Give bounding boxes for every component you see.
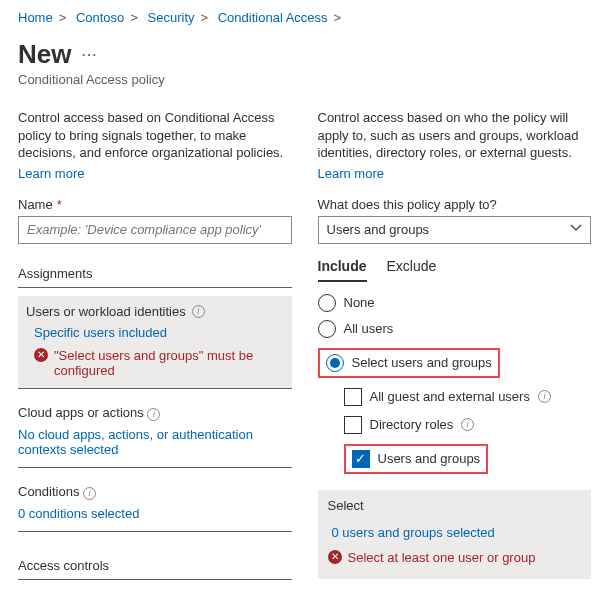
users-identities-block[interactable]: Users or workload identities i Specific … [18,296,292,389]
page-subtitle: Conditional Access policy [18,72,591,87]
crumb-contoso[interactable]: Contoso [76,10,124,25]
radio-icon [326,354,344,372]
checkbox-icon [344,416,362,434]
select-panel-link[interactable]: 0 users and groups selected [328,525,495,540]
name-label: Name [18,197,53,212]
info-icon[interactable]: i [538,390,551,403]
checkbox-roles-label: Directory roles [370,417,454,432]
checkbox-guest-label: All guest and external users [370,389,530,404]
checkbox-directory-roles[interactable]: Directory roles i [344,416,592,434]
conditions-title: Conditions [18,484,79,499]
policy-name-input[interactable] [18,216,292,244]
checkbox-users-groups-label: Users and groups [378,451,481,466]
conditions-block[interactable]: Conditions i 0 conditions selected [18,476,292,532]
crumb-home[interactable]: Home [18,10,53,25]
cloud-apps-link[interactable]: No cloud apps, actions, or authenticatio… [18,427,292,457]
radio-icon [318,294,336,312]
checkbox-users-groups[interactable]: ✓ Users and groups [352,450,481,468]
page-title: New [18,39,71,70]
radio-none[interactable]: None [318,294,592,312]
conditions-link[interactable]: 0 conditions selected [18,506,139,521]
learn-more-link[interactable]: Learn more [318,166,384,181]
apply-to-label: What does this policy apply to? [318,197,497,212]
tab-include[interactable]: Include [318,258,367,282]
radio-icon [318,320,336,338]
radio-none-label: None [344,295,375,310]
cloud-apps-title: Cloud apps or actions [18,405,144,420]
more-icon[interactable]: ⋯ [81,47,97,63]
breadcrumb: Home> Contoso> Security> Conditional Acc… [18,10,591,25]
crumb-security[interactable]: Security [148,10,195,25]
checkbox-guest-users[interactable]: All guest and external users i [344,388,592,406]
info-icon[interactable]: i [147,408,160,421]
radio-all-users-label: All users [344,321,394,336]
radio-all-users[interactable]: All users [318,320,592,338]
users-identities-title: Users or workload identities [26,304,186,319]
info-icon[interactable]: i [461,418,474,431]
users-identities-error: "Select users and groups" must be config… [54,348,284,378]
cloud-apps-block[interactable]: Cloud apps or actions i No cloud apps, a… [18,397,292,468]
checkbox-icon [344,388,362,406]
select-panel-title: Select [328,498,582,513]
required-asterisk: * [57,197,62,212]
error-icon: ✕ [328,550,342,564]
radio-select-label: Select users and groups [352,355,492,370]
chevron-right-icon: > [201,10,209,25]
info-icon[interactable]: i [192,305,205,318]
users-identities-link[interactable]: Specific users included [26,325,167,340]
assignments-heading: Assignments [18,266,292,288]
error-icon: ✕ [34,348,48,362]
chevron-right-icon: > [130,10,138,25]
chevron-down-icon [570,222,582,237]
apply-to-value: Users and groups [327,222,430,237]
crumb-conditional-access[interactable]: Conditional Access [218,10,328,25]
info-icon[interactable]: i [83,487,96,500]
select-panel-error: Select at least one user or group [348,550,536,565]
apply-to-select[interactable]: Users and groups [318,216,592,244]
radio-select-users-groups[interactable]: Select users and groups [326,354,492,372]
tab-exclude[interactable]: Exclude [387,258,437,282]
right-intro-text: Control access based on who the policy w… [318,109,592,162]
access-controls-heading: Access controls [18,558,292,580]
checkbox-icon: ✓ [352,450,370,468]
left-intro-text: Control access based on Conditional Acce… [18,109,292,162]
chevron-right-icon: > [334,10,342,25]
select-panel: Select 0 users and groups selected ✕ Sel… [318,490,592,579]
chevron-right-icon: > [59,10,67,25]
learn-more-link[interactable]: Learn more [18,166,84,181]
